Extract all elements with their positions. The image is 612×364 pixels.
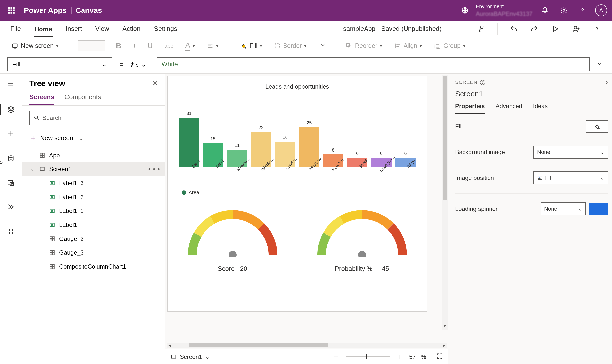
canvas-viewport[interactable]: Leads and opportunities 3115112216258666…	[165, 74, 448, 342]
redo-icon[interactable]	[530, 24, 539, 34]
bar-value: 25	[307, 121, 312, 126]
font-family-dropdown[interactable]	[78, 40, 105, 51]
chevron-right-icon[interactable]: ›	[606, 79, 608, 86]
expand-formula-icon[interactable]	[595, 61, 605, 68]
app-launcher-icon[interactable]	[5, 4, 18, 17]
user-avatar[interactable]: A	[595, 4, 607, 16]
gauge-visual	[185, 208, 280, 257]
chevron-icon[interactable]: ⌄	[30, 166, 35, 172]
prop-img-pos-dropdown[interactable]: Fit ⌄	[533, 171, 608, 184]
help-icon[interactable]	[592, 24, 602, 34]
horizontal-scrollbar[interactable]: ◀ ▶	[167, 343, 447, 348]
tree-item-label1_2[interactable]: Label1_2	[22, 190, 165, 204]
text-align-button[interactable]: ▾	[205, 41, 220, 50]
zoom-slider-knob[interactable]	[366, 354, 367, 359]
svg-rect-37	[50, 253, 52, 255]
menu-home[interactable]: Home	[34, 24, 53, 37]
fx-button[interactable]: fx ⌄	[131, 60, 152, 68]
bold-button[interactable]: B	[114, 41, 123, 51]
tree-item-compositecolumnchart1[interactable]: ›CompositeColumnChart1	[22, 260, 165, 274]
scroll-left-arrow[interactable]: ◀	[167, 343, 172, 348]
app-canvas[interactable]: Leads and opportunities 3115112216258666…	[167, 76, 427, 312]
fill-label: Fill	[249, 42, 257, 49]
menu-view[interactable]: View	[95, 24, 110, 34]
tab-ideas[interactable]: Ideas	[533, 103, 548, 114]
prop-spinner-dropdown[interactable]: None ⌄	[541, 202, 586, 215]
scroll-down-arrow[interactable]: ▼	[442, 324, 448, 330]
tab-screens[interactable]: Screens	[29, 93, 54, 105]
scroll-thumb-v[interactable]	[443, 76, 447, 200]
strikethrough-button[interactable]: abc	[163, 42, 175, 50]
tree-item-label1_1[interactable]: Label1_1	[22, 204, 165, 218]
menu-file[interactable]: File	[10, 24, 21, 34]
zoom-out-button[interactable]: −	[332, 352, 341, 361]
tree-item-gauge_3[interactable]: Gauge_3	[22, 246, 165, 260]
fit-to-window-icon[interactable]	[436, 353, 443, 361]
tree-new-screen-button[interactable]: ＋ New screen ⌄	[22, 130, 165, 148]
tree-item-screen1[interactable]: ⌄Screen1• • •	[22, 162, 165, 176]
group-button[interactable]: Group ▾	[432, 41, 467, 50]
reorder-button[interactable]: Reorder ▾	[344, 41, 383, 50]
tree-item-label1[interactable]: Label1	[22, 218, 165, 232]
label-icon	[49, 221, 56, 228]
zoom-slider[interactable]	[346, 356, 390, 357]
scroll-thumb-h[interactable]	[189, 343, 328, 347]
prop-bg-image-dropdown[interactable]: None ⌄	[533, 146, 608, 159]
property-selector[interactable]: Fill ⌄	[7, 57, 112, 71]
tree-search-input[interactable]: Search	[29, 111, 158, 125]
new-screen-button[interactable]: New screen ▾	[10, 41, 60, 50]
expand-format-icon[interactable]	[319, 42, 326, 50]
help-icon[interactable]: ?	[480, 80, 485, 85]
svg-rect-22	[40, 153, 42, 155]
formula-input[interactable]: White	[157, 57, 590, 71]
hamburger-icon[interactable]	[4, 79, 18, 92]
close-icon[interactable]: ✕	[152, 80, 158, 88]
notifications-icon[interactable]	[538, 4, 551, 17]
play-preview-icon[interactable]	[550, 24, 560, 34]
tree-item-label1_3[interactable]: Label1_3	[22, 176, 165, 190]
prop-spinner-color-picker[interactable]	[589, 203, 608, 215]
undo-icon[interactable]	[509, 24, 519, 34]
gauge-label: Score 20	[185, 265, 280, 273]
font-color-button[interactable]: A▾	[184, 40, 196, 52]
border-button[interactable]: Border ▾	[273, 41, 308, 50]
svg-rect-41	[50, 267, 52, 269]
scroll-right-arrow[interactable]: ▶	[441, 343, 447, 348]
bar-value: 6	[380, 151, 383, 156]
fill-button[interactable]: Fill ▾	[238, 41, 264, 51]
tree-item-app[interactable]: App	[22, 148, 165, 162]
chevron-icon[interactable]: ›	[40, 264, 45, 269]
screen-selector[interactable]: Screen1 ⌄	[170, 353, 210, 360]
svg-rect-14	[347, 43, 350, 46]
svg-point-21	[35, 116, 38, 119]
tab-components[interactable]: Components	[64, 93, 101, 105]
media-icon[interactable]	[4, 176, 18, 189]
settings-gear-icon[interactable]	[557, 4, 570, 17]
chevron-down-icon: ▾	[56, 43, 58, 49]
tree-view-icon[interactable]	[4, 103, 18, 116]
help-icon[interactable]	[576, 4, 589, 17]
underline-button[interactable]: U	[146, 41, 154, 51]
share-icon[interactable]	[571, 24, 581, 34]
menu-insert[interactable]: Insert	[65, 24, 82, 34]
bar-value: 11	[235, 143, 240, 148]
legend-text: Area	[189, 190, 199, 195]
app-checker-icon[interactable]	[477, 24, 487, 34]
zoom-in-button[interactable]: +	[395, 352, 404, 361]
tab-advanced[interactable]: Advanced	[496, 103, 522, 114]
menu-settings[interactable]: Settings	[153, 24, 178, 34]
power-automate-icon[interactable]	[4, 200, 18, 214]
italic-button[interactable]: I	[132, 41, 137, 51]
tab-properties[interactable]: Properties	[455, 103, 485, 114]
menu-action[interactable]: Action	[122, 24, 141, 34]
bar-value: 6	[356, 151, 359, 156]
insert-plus-icon[interactable]	[4, 127, 18, 141]
environment-picker[interactable]: Environment AuroraBAPEnv43137	[458, 4, 532, 17]
tree-item-gauge_2[interactable]: Gauge_2	[22, 232, 165, 246]
more-options-icon[interactable]: • • •	[148, 166, 160, 173]
prop-fill-picker[interactable]	[586, 120, 608, 133]
data-icon[interactable]	[4, 152, 18, 165]
align-button[interactable]: Align ▾	[393, 41, 424, 50]
advanced-tools-icon[interactable]	[4, 225, 18, 238]
vertical-scrollbar[interactable]: ▲ ▼	[442, 75, 448, 330]
